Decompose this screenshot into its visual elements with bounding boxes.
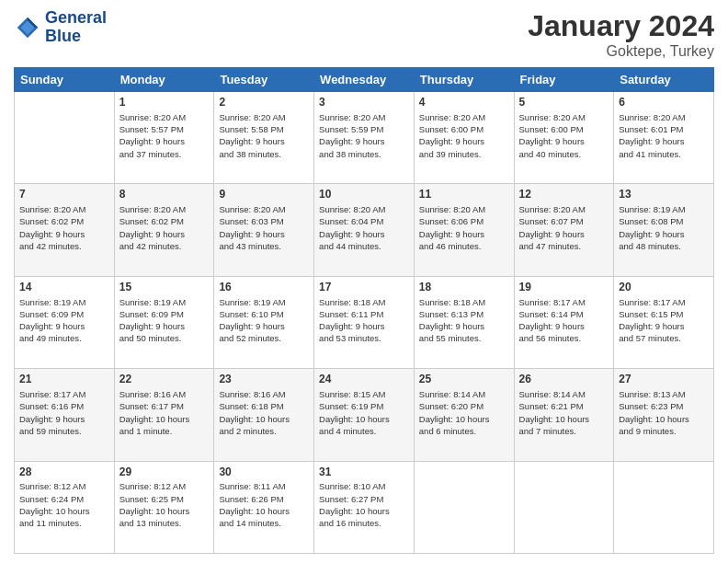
day-number: 3 (319, 95, 409, 110)
cell-line: Sunrise: 8:10 AM (319, 481, 385, 491)
cell-content: 18Sunrise: 8:18 AMSunset: 6:13 PMDayligh… (419, 280, 509, 345)
day-number: 31 (319, 465, 409, 480)
location-subtitle: Goktepe, Turkey (528, 43, 714, 60)
cell-line: and 55 minutes. (419, 333, 482, 343)
cell-line: and 48 minutes. (619, 241, 681, 251)
table-row: 6Sunrise: 8:20 AMSunset: 6:01 PMDaylight… (614, 92, 714, 184)
cell-line: Sunrise: 8:19 AM (619, 204, 685, 214)
cell-content: 8Sunrise: 8:20 AMSunset: 6:02 PMDaylight… (119, 187, 210, 252)
day-number: 28 (19, 465, 109, 480)
cell-line: Sunrise: 8:20 AM (219, 112, 285, 122)
logo-line2: Blue (45, 28, 107, 46)
day-number: 18 (419, 280, 509, 295)
cell-line: Sunrise: 8:20 AM (319, 204, 385, 214)
cell-line: Sunset: 6:20 PM (419, 401, 483, 411)
cell-content: 30Sunrise: 8:11 AMSunset: 6:26 PMDayligh… (219, 465, 309, 530)
cell-line: Sunset: 6:24 PM (19, 494, 84, 504)
cell-content: 24Sunrise: 8:15 AMSunset: 6:19 PMDayligh… (319, 372, 409, 437)
cell-line: Sunset: 5:57 PM (119, 124, 184, 134)
cell-line: Daylight: 9 hours (319, 321, 384, 331)
day-number: 5 (519, 95, 609, 110)
cell-content: 22Sunrise: 8:16 AMSunset: 6:17 PMDayligh… (119, 372, 210, 437)
calendar-row-2: 14Sunrise: 8:19 AMSunset: 6:09 PMDayligh… (15, 276, 714, 368)
cell-content: 7Sunrise: 8:20 AMSunset: 6:02 PMDaylight… (19, 187, 109, 252)
day-number: 27 (619, 372, 709, 387)
cell-line: Sunset: 6:15 PM (619, 309, 683, 319)
cell-line: Sunset: 6:14 PM (519, 309, 584, 319)
cell-line: Daylight: 10 hours (319, 414, 390, 424)
cell-line: Sunset: 6:06 PM (419, 216, 483, 226)
calendar-row-4: 28Sunrise: 8:12 AMSunset: 6:24 PMDayligh… (15, 461, 714, 553)
cell-content: 3Sunrise: 8:20 AMSunset: 5:59 PMDaylight… (319, 95, 409, 160)
day-number: 13 (619, 187, 709, 202)
cell-line: and 38 minutes. (319, 149, 381, 159)
cell-line: and 52 minutes. (219, 333, 281, 343)
logo: General Blue (14, 9, 107, 46)
cell-line: Sunrise: 8:15 AM (319, 389, 385, 399)
cell-line: Sunset: 6:00 PM (519, 124, 584, 134)
cell-line: Sunrise: 8:12 AM (119, 481, 186, 491)
cell-line: and 42 minutes. (119, 241, 182, 251)
cell-line: and 47 minutes. (519, 241, 582, 251)
cell-line: and 4 minutes. (319, 426, 376, 436)
table-row: 8Sunrise: 8:20 AMSunset: 6:02 PMDaylight… (114, 184, 214, 276)
cell-line: Daylight: 9 hours (19, 229, 85, 239)
cell-line: and 14 minutes. (219, 518, 281, 528)
cell-line: and 40 minutes. (519, 149, 582, 159)
calendar-table: Sunday Monday Tuesday Wednesday Thursday… (14, 67, 714, 554)
table-row: 15Sunrise: 8:19 AMSunset: 6:09 PMDayligh… (114, 276, 214, 368)
cell-line: and 2 minutes. (219, 426, 276, 436)
table-row: 10Sunrise: 8:20 AMSunset: 6:04 PMDayligh… (314, 184, 415, 276)
table-row: 16Sunrise: 8:19 AMSunset: 6:10 PMDayligh… (214, 276, 314, 368)
table-row: 7Sunrise: 8:20 AMSunset: 6:02 PMDaylight… (15, 184, 115, 276)
col-monday: Monday (114, 68, 214, 92)
table-row: 23Sunrise: 8:16 AMSunset: 6:18 PMDayligh… (214, 369, 314, 461)
title-section: January 2024 Goktepe, Turkey (528, 9, 714, 60)
cell-line: Sunrise: 8:20 AM (519, 204, 586, 214)
cell-line: Sunrise: 8:19 AM (19, 297, 85, 307)
cell-line: Sunrise: 8:16 AM (119, 389, 186, 399)
cell-line: Daylight: 10 hours (219, 414, 290, 424)
day-number: 21 (19, 372, 109, 387)
cell-line: and 16 minutes. (319, 518, 381, 528)
cell-line: and 56 minutes. (519, 333, 582, 343)
day-number: 4 (419, 95, 509, 110)
cell-content: 4Sunrise: 8:20 AMSunset: 6:00 PMDaylight… (419, 95, 509, 160)
cell-content: 15Sunrise: 8:19 AMSunset: 6:09 PMDayligh… (119, 280, 210, 345)
table-row: 30Sunrise: 8:11 AMSunset: 6:26 PMDayligh… (214, 461, 314, 553)
table-row: 12Sunrise: 8:20 AMSunset: 6:07 PMDayligh… (514, 184, 614, 276)
logo-text: General Blue (45, 9, 107, 46)
day-number: 6 (619, 95, 709, 110)
table-row (15, 92, 115, 184)
cell-line: Daylight: 10 hours (219, 506, 290, 516)
cell-line: Sunset: 6:27 PM (319, 494, 383, 504)
cell-line: Sunrise: 8:18 AM (419, 297, 485, 307)
cell-line: Daylight: 9 hours (19, 321, 85, 331)
header: General Blue January 2024 Goktepe, Turke… (14, 9, 714, 60)
cell-line: Sunrise: 8:20 AM (319, 112, 385, 122)
cell-line: Daylight: 10 hours (619, 414, 689, 424)
cell-content: 26Sunrise: 8:14 AMSunset: 6:21 PMDayligh… (519, 372, 609, 437)
cell-line: Sunrise: 8:20 AM (219, 204, 285, 214)
cell-content: 21Sunrise: 8:17 AMSunset: 6:16 PMDayligh… (19, 372, 109, 437)
day-number: 22 (119, 372, 210, 387)
cell-line: Sunrise: 8:20 AM (519, 112, 586, 122)
calendar-row-3: 21Sunrise: 8:17 AMSunset: 6:16 PMDayligh… (15, 369, 714, 461)
day-number: 17 (319, 280, 409, 295)
cell-line: Sunset: 6:09 PM (19, 309, 84, 319)
cell-content: 11Sunrise: 8:20 AMSunset: 6:06 PMDayligh… (419, 187, 509, 252)
day-number: 7 (19, 187, 109, 202)
cell-line: and 50 minutes. (119, 333, 182, 343)
cell-line: and 53 minutes. (319, 333, 381, 343)
cell-line: Sunrise: 8:17 AM (19, 389, 85, 399)
table-row: 13Sunrise: 8:19 AMSunset: 6:08 PMDayligh… (614, 184, 714, 276)
cell-content: 10Sunrise: 8:20 AMSunset: 6:04 PMDayligh… (319, 187, 409, 252)
cell-line: and 11 minutes. (19, 518, 82, 528)
cell-line: Daylight: 9 hours (219, 321, 284, 331)
table-row: 2Sunrise: 8:20 AMSunset: 5:58 PMDaylight… (214, 92, 314, 184)
cell-line: and 41 minutes. (619, 149, 681, 159)
table-row: 22Sunrise: 8:16 AMSunset: 6:17 PMDayligh… (114, 369, 214, 461)
cell-line: Daylight: 9 hours (319, 229, 384, 239)
cell-line: and 59 minutes. (19, 426, 82, 436)
cell-line: Sunset: 5:59 PM (319, 124, 383, 134)
